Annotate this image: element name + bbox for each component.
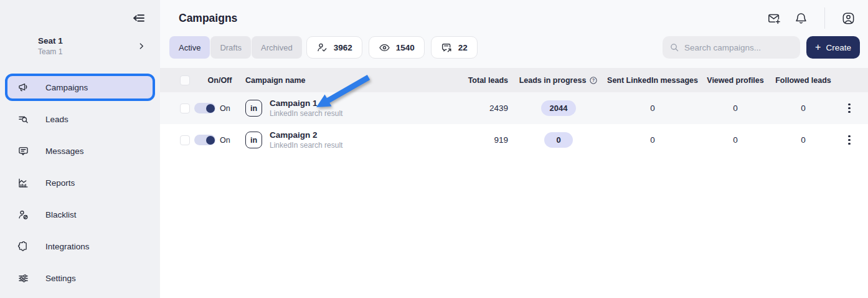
- sidebar-item-campaigns[interactable]: Campaigns: [5, 74, 155, 101]
- avatar-icon[interactable]: [841, 11, 856, 26]
- toolbar: Active Drafts Archived 3962: [160, 36, 868, 59]
- sidebar-item-settings[interactable]: Settings: [5, 264, 155, 292]
- svg-text:?: ?: [592, 78, 595, 82]
- page-title: Campaigns: [179, 12, 237, 25]
- sidebar-item-label: Messages: [45, 147, 84, 156]
- person-block-icon: [17, 209, 29, 221]
- sliders-icon: [17, 272, 29, 284]
- mail-plus-icon[interactable]: [767, 11, 781, 26]
- leads-in-progress-badge: 0: [544, 132, 573, 148]
- header-divider: [824, 7, 825, 29]
- campaigns-table: On/Off Campaign name Total leads Leads i…: [160, 68, 868, 156]
- select-all-checkbox[interactable]: [180, 75, 190, 85]
- main-top: Campaigns: [160, 0, 868, 68]
- filter-tabs: Active Drafts Archived: [169, 36, 302, 59]
- message-arrow-icon: [441, 42, 453, 54]
- campaign-type: LinkedIn search result: [270, 109, 342, 118]
- search-box: [663, 36, 800, 59]
- megaphone-icon: [17, 82, 29, 94]
- table-row: On in Campaign 1 LinkedIn search result …: [160, 92, 868, 124]
- total-leads-value: 919: [494, 135, 508, 145]
- campaign-toggle[interactable]: [194, 135, 215, 145]
- sidebar-item-blacklist[interactable]: Blacklist: [5, 201, 155, 228]
- tab-archived[interactable]: Archived: [252, 36, 302, 59]
- col-followed-leads: Followed leads: [775, 76, 831, 85]
- stat-chip-leads[interactable]: 3962: [306, 36, 362, 59]
- toggle-label: On: [220, 104, 230, 113]
- table-row: On in Campaign 2 LinkedIn search result …: [160, 124, 868, 156]
- create-button-label: Create: [826, 43, 851, 52]
- eye-icon: [379, 42, 390, 54]
- sidebar-item-label: Leads: [45, 115, 68, 124]
- tab-active[interactable]: Active: [169, 36, 210, 59]
- sidebar: Seat 1 Team 1 Campaigns: [0, 0, 160, 298]
- sent-messages-value: 0: [609, 135, 696, 145]
- sidebar-item-label: Reports: [45, 178, 75, 188]
- toggle-label: On: [220, 136, 230, 145]
- stat-value: 22: [458, 43, 468, 52]
- stat-chips: 3962 1540: [306, 36, 478, 59]
- chat-bubble-icon: [17, 145, 29, 157]
- followed-leads-value: 0: [775, 135, 832, 145]
- campaign-toggle[interactable]: [194, 103, 215, 113]
- page-header: Campaigns: [160, 0, 868, 36]
- sidebar-item-label: Settings: [45, 274, 76, 283]
- sidebar-item-messages[interactable]: Messages: [5, 137, 155, 165]
- col-sent-messages: Sent LinkedIn messages: [607, 76, 698, 85]
- col-total-leads: Total leads: [468, 76, 508, 85]
- col-campaign-name: Campaign name: [245, 76, 440, 85]
- sent-messages-value: 0: [609, 103, 696, 113]
- seat-subtitle: Team 1: [38, 47, 63, 56]
- campaign-name[interactable]: Campaign 2: [270, 130, 342, 140]
- viewed-profiles-value: 0: [696, 103, 775, 113]
- stat-value: 3962: [334, 43, 352, 52]
- sidebar-item-label: Campaigns: [45, 83, 88, 92]
- seat-selector[interactable]: Seat 1 Team 1: [0, 0, 160, 56]
- viewed-profiles-value: 0: [696, 135, 775, 145]
- leads-search-icon: [17, 113, 29, 125]
- followed-leads-value: 0: [775, 103, 832, 113]
- campaign-name[interactable]: Campaign 1: [270, 99, 342, 108]
- plus-icon: +: [815, 42, 821, 52]
- linkedin-icon: in: [245, 132, 262, 148]
- stat-value: 1540: [396, 43, 415, 52]
- leads-in-progress-badge: 2044: [541, 100, 577, 116]
- app-root: Seat 1 Team 1 Campaigns: [0, 0, 868, 298]
- row-checkbox[interactable]: [180, 135, 190, 145]
- sidebar-item-label: Blacklist: [45, 210, 77, 219]
- tab-drafts[interactable]: Drafts: [210, 36, 251, 59]
- chart-icon: [17, 177, 29, 189]
- col-onoff: On/Off: [208, 76, 232, 85]
- puzzle-icon: [17, 241, 29, 252]
- total-leads-value: 2439: [489, 103, 508, 113]
- row-menu-icon[interactable]: [844, 100, 854, 117]
- search-icon: [669, 42, 679, 52]
- seat-title: Seat 1: [38, 36, 63, 46]
- bell-icon[interactable]: [794, 11, 808, 26]
- stat-chip-messages[interactable]: 22: [431, 36, 478, 59]
- toolbar-right: + Create: [663, 36, 860, 59]
- sidebar-nav: Campaigns Leads: [0, 74, 160, 292]
- col-leads-in-progress: Leads in progress ?: [519, 76, 598, 85]
- row-menu-icon[interactable]: [844, 132, 854, 149]
- header-actions: [767, 7, 856, 29]
- col-viewed-profiles: Viewed profiles: [707, 76, 763, 85]
- campaign-type: LinkedIn search result: [270, 141, 342, 150]
- sidebar-item-integrations[interactable]: Integrations: [5, 233, 155, 260]
- create-button[interactable]: + Create: [806, 36, 860, 59]
- table-header-row: On/Off Campaign name Total leads Leads i…: [160, 68, 868, 92]
- sidebar-item-reports[interactable]: Reports: [5, 169, 155, 196]
- stat-chip-views[interactable]: 1540: [369, 36, 425, 59]
- person-check-icon: [316, 42, 328, 54]
- row-checkbox[interactable]: [180, 103, 190, 113]
- linkedin-icon: in: [245, 100, 262, 117]
- main-area: Campaigns: [160, 0, 868, 298]
- help-circle-icon[interactable]: ?: [589, 76, 598, 85]
- sidebar-item-label: Integrations: [45, 242, 90, 251]
- search-input[interactable]: [684, 43, 793, 52]
- chevron-right-icon[interactable]: [136, 41, 146, 51]
- sidebar-item-leads[interactable]: Leads: [5, 105, 155, 133]
